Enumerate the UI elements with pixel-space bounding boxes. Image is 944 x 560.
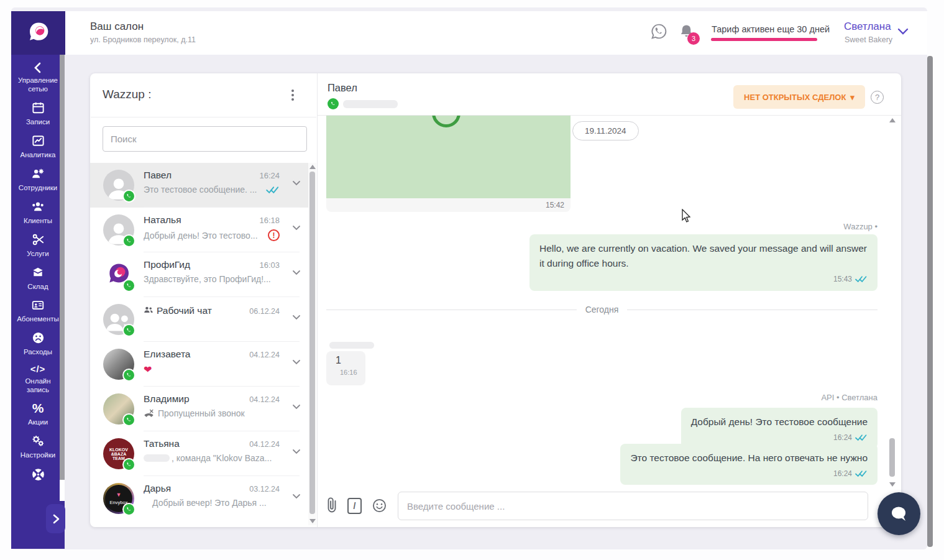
chat-list: Павел16:24 Это тестовое сообщение. ... Н… bbox=[90, 163, 308, 521]
sidebar-item-memberships[interactable]: Абонементы bbox=[12, 298, 64, 323]
chat-list-item-pavel[interactable]: Павел16:24 Это тестовое сообщение. ... bbox=[90, 163, 308, 208]
scroll-up-arrow[interactable] bbox=[309, 165, 316, 169]
sidebar-scrollbar-thumb[interactable] bbox=[60, 55, 65, 480]
send-error-icon: ! bbox=[268, 229, 280, 241]
sidebar-expand-button[interactable] bbox=[46, 504, 65, 533]
sad-face-icon bbox=[31, 331, 45, 345]
whatsapp-channel-icon bbox=[122, 324, 135, 337]
whatsapp-icon[interactable] bbox=[650, 22, 668, 40]
sidebar-item-network[interactable]: Управление сетью bbox=[12, 62, 64, 93]
salon-name: Ваш салон bbox=[90, 21, 144, 33]
sidebar-item-online-booking[interactable]: </> Онлайн запись bbox=[12, 364, 64, 394]
group-chat-icon bbox=[144, 306, 154, 314]
read-check-icon bbox=[855, 470, 868, 477]
sidebar-item-promotions[interactable]: % Акции bbox=[12, 402, 64, 426]
scroll-down-arrow[interactable] bbox=[309, 519, 316, 523]
clients-icon bbox=[30, 200, 45, 214]
image-message[interactable]: 15:42 bbox=[326, 116, 571, 212]
whatsapp-channel-icon bbox=[122, 190, 135, 203]
chat-list-item-work-chat[interactable]: Рабочий чат06.12.24 bbox=[90, 297, 308, 342]
date-chip: 19.11.2024 bbox=[572, 121, 639, 140]
chat-list-scrollbar-thumb[interactable] bbox=[309, 172, 315, 514]
support-chat-button[interactable] bbox=[878, 492, 920, 535]
loading-ring bbox=[432, 116, 461, 127]
outgoing-message[interactable]: Добрый день! Это тестовое сообщение 16:2… bbox=[681, 408, 878, 449]
tariff-status: Тариф активен еще 30 дней bbox=[712, 24, 830, 34]
mouse-cursor bbox=[681, 209, 692, 224]
messages-scrollbar-thumb[interactable] bbox=[889, 438, 895, 477]
sidebar-item-analytics[interactable]: Аналитика bbox=[12, 134, 64, 159]
chevron-right-icon bbox=[52, 514, 60, 524]
sidebar-item-support[interactable] bbox=[12, 467, 64, 482]
template-message-icon[interactable]: / bbox=[347, 498, 362, 514]
chevron-down-icon[interactable] bbox=[292, 449, 301, 454]
chat-list-item-natalya[interactable]: Наталья16:18 Добрый день! Это тестово...… bbox=[90, 208, 308, 252]
message-sender-label: Wazzup • bbox=[811, 222, 878, 231]
scroll-up-arrow[interactable] bbox=[889, 118, 896, 122]
messages-scrollbar[interactable] bbox=[888, 117, 896, 488]
caret-down-icon: ▾ bbox=[850, 93, 855, 102]
message-text: Hello, we are currently on vacation. We … bbox=[539, 241, 868, 271]
sidebar-item-settings[interactable]: Настройки bbox=[12, 434, 64, 459]
read-check-icon bbox=[266, 186, 280, 194]
tariff-progress-bar bbox=[711, 38, 817, 41]
whatsapp-channel-icon bbox=[122, 369, 135, 382]
whatsapp-channel-icon bbox=[122, 279, 135, 292]
chat-bubble-icon bbox=[889, 504, 910, 524]
conversation-contact-name: Павел bbox=[328, 82, 357, 94]
analytics-icon bbox=[31, 134, 45, 148]
outgoing-message[interactable]: Это тестовое сообщение. На него отвечать… bbox=[620, 444, 878, 485]
sidebar-item-warehouse[interactable]: Склад bbox=[12, 265, 64, 291]
user-menu-chevron-icon[interactable] bbox=[897, 27, 909, 36]
attach-file-icon[interactable] bbox=[325, 497, 339, 514]
attachment-message[interactable]: 1 16:16 bbox=[326, 351, 365, 385]
search-input[interactable] bbox=[103, 126, 307, 152]
chevron-down-icon[interactable] bbox=[292, 359, 301, 365]
chevron-down-icon[interactable] bbox=[292, 225, 301, 231]
missed-call-icon bbox=[144, 409, 154, 418]
sidebar-item-staff[interactable]: Сотрудники bbox=[12, 167, 64, 192]
card-icon bbox=[30, 298, 45, 312]
emoji-icon[interactable] bbox=[372, 498, 387, 513]
app-window: Ваш салон ул. Бродников переулок, д.11 3… bbox=[0, 0, 944, 560]
chat-list-item-vladimir[interactable]: Владимир04.12.24 Пропущенный звонок bbox=[90, 387, 308, 431]
chevron-down-icon[interactable] bbox=[292, 314, 301, 320]
chevron-down-icon[interactable] bbox=[292, 180, 301, 186]
whatsapp-channel-icon bbox=[122, 234, 135, 247]
deals-dropdown-button[interactable]: НЕТ ОТКРЫТЫХ СДЕЛОК ▾ bbox=[733, 85, 865, 109]
page-scrollbar[interactable] bbox=[927, 56, 933, 547]
sidebar-item-services[interactable]: Услуги bbox=[12, 232, 64, 258]
lifebuoy-icon bbox=[30, 467, 46, 482]
sidebar-item-clients[interactable]: Клиенты bbox=[12, 200, 64, 225]
whatsapp-channel-icon bbox=[122, 503, 135, 516]
chat-list-item-tatyana[interactable]: KLOKOV &BAZA TEAM Татьяна04.12.24 , кома… bbox=[90, 431, 308, 476]
chevron-down-icon[interactable] bbox=[292, 404, 301, 410]
chevron-down-icon[interactable] bbox=[292, 493, 301, 499]
box-icon bbox=[30, 265, 45, 280]
heart-emoji: ❤ bbox=[144, 364, 280, 375]
app-logo[interactable] bbox=[11, 11, 65, 55]
user-name[interactable]: Светлана bbox=[844, 21, 891, 33]
notification-badge[interactable]: 3 bbox=[687, 32, 700, 45]
percent-icon: % bbox=[32, 402, 44, 415]
chevron-down-icon[interactable] bbox=[292, 270, 301, 275]
code-icon: </> bbox=[30, 364, 46, 374]
sidebar-item-expenses[interactable]: Расходы bbox=[12, 331, 64, 356]
chat-list-menu-button[interactable] bbox=[287, 88, 298, 102]
message-time: 16:16 bbox=[340, 369, 365, 376]
sidebar-item-records[interactable]: Записи bbox=[12, 101, 64, 126]
read-check-icon bbox=[855, 275, 868, 283]
chat-list-item-elizaveta[interactable]: Елизавета04.12.24 ❤ bbox=[90, 342, 308, 387]
message-input[interactable] bbox=[398, 492, 868, 520]
outgoing-message[interactable]: Hello, we are currently on vacation. We … bbox=[529, 234, 878, 291]
salon-address: ул. Бродников переулок, д.11 bbox=[90, 35, 196, 44]
whatsapp-channel-icon bbox=[122, 458, 135, 471]
redacted-phone bbox=[343, 100, 398, 108]
help-icon[interactable]: ? bbox=[871, 91, 884, 104]
scroll-down-arrow[interactable] bbox=[889, 482, 896, 487]
chat-list-item-darya[interactable]: ▼ Envybox Дарья03.12.24 Добрый вечер! Эт… bbox=[90, 476, 308, 521]
integration-title: Wazzup : bbox=[103, 88, 152, 101]
chat-list-item-profigid[interactable]: ПрофиГид16:03 Здравствуйте, это ПрофиГид… bbox=[90, 252, 308, 297]
message-time: 16:24 bbox=[833, 466, 852, 481]
calendar-icon bbox=[31, 101, 45, 115]
